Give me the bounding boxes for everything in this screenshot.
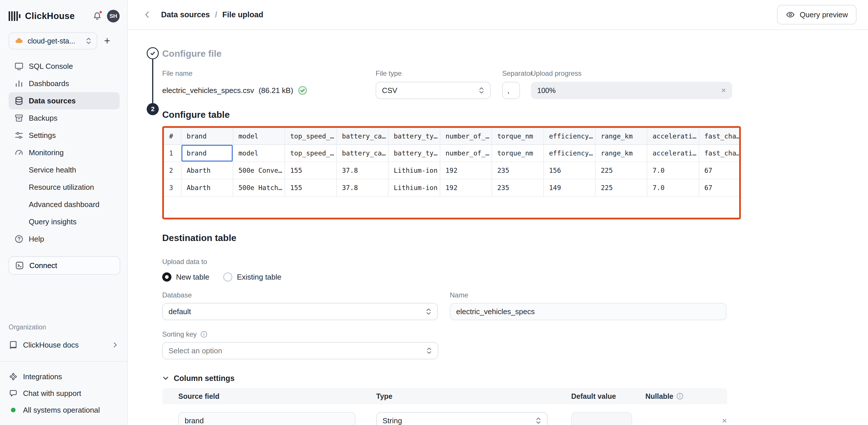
source-field-input[interactable] (178, 412, 355, 425)
table-cell[interactable]: Lithium-ion (388, 179, 440, 196)
upload-progress-bar: 100% × (531, 82, 732, 99)
table-cell[interactable]: Abarth (181, 179, 233, 196)
table-cell[interactable]: 7.0 (647, 179, 699, 196)
row-number: 2 (164, 162, 181, 179)
chat-icon (9, 389, 18, 398)
type-header: Type (376, 392, 571, 400)
table-cell[interactable]: 225 (595, 179, 647, 196)
sidebar-item-settings[interactable]: Settings (9, 127, 120, 144)
organization-section: Organization ClickHouse docs (0, 323, 127, 361)
table-cell[interactable]: 192 (440, 162, 492, 179)
column-header: battery_ty… (388, 128, 440, 145)
table-cell[interactable]: fast_cha… (699, 145, 741, 162)
sidebar-item-service-health[interactable]: Service health (9, 161, 120, 178)
table-cell[interactable]: torque_nm (492, 145, 544, 162)
sidebar-item-label: Monitoring (29, 148, 64, 157)
table-cell[interactable]: model (233, 145, 285, 162)
configure-file-fields: File name electric_vehicles_specs.csv (8… (162, 69, 868, 99)
preview-table-header-row: # brand model top_speed_… battery_ca… ba… (164, 128, 741, 145)
notification-dot (99, 10, 102, 14)
existing-table-label: Existing table (237, 273, 282, 282)
table-cell[interactable]: top_speed_… (285, 145, 337, 162)
type-select[interactable]: String (376, 412, 548, 425)
sidebar-item-monitoring[interactable]: Monitoring (9, 144, 120, 161)
sidebar-item-backups[interactable]: Backups (9, 109, 120, 127)
table-cell[interactable]: efficiency… (544, 145, 595, 162)
table-row: 1 brand model top_speed_… battery_ca… ba… (164, 145, 741, 162)
sidebar-item-docs[interactable]: ClickHouse docs (9, 338, 119, 352)
table-cell[interactable]: 7.0 (647, 162, 699, 179)
back-chevron-icon[interactable] (143, 10, 152, 19)
table-cell[interactable]: 156 (544, 162, 595, 179)
table-row: 2 Abarth 500e Conve… 155 37.8 Lithium-io… (164, 162, 741, 179)
book-icon (9, 340, 18, 349)
column-header: number_of_… (440, 128, 492, 145)
sliders-icon (14, 131, 24, 140)
table-cell[interactable]: 192 (440, 179, 492, 196)
sidebar-item-resource-utilization[interactable]: Resource utilization (9, 178, 120, 196)
column-header: model (233, 128, 285, 145)
table-name-input[interactable] (450, 303, 726, 320)
sidebar-item-help[interactable]: Help (9, 230, 120, 248)
table-cell-selected[interactable]: brand (181, 145, 233, 162)
sidebar-nav: SQL Console Dashboards Data sources Back… (9, 58, 120, 248)
clear-upload-icon[interactable]: × (721, 86, 726, 95)
query-preview-button[interactable]: Query preview (777, 5, 857, 25)
column-header: fast_cha… (699, 128, 741, 145)
file-name-label: File name (162, 69, 376, 78)
sidebar-item-dashboards[interactable]: Dashboards (9, 75, 120, 92)
table-cell[interactable]: 235 (492, 162, 544, 179)
table-cell[interactable]: 155 (285, 162, 337, 179)
table-cell[interactable]: battery_ty… (388, 145, 440, 162)
service-selector[interactable]: cloud-get-sta... (9, 32, 97, 50)
sorting-key-select[interactable]: Select an option (162, 342, 438, 359)
sidebar-item-query-insights[interactable]: Query insights (9, 213, 120, 230)
upload-progress-value: 100% (537, 86, 556, 95)
source-field-header: Source field (178, 392, 376, 400)
sorting-key-placeholder: Select an option (168, 346, 222, 355)
step-connector-line (152, 59, 153, 103)
separator-input[interactable] (502, 82, 520, 99)
table-cell[interactable]: 155 (285, 179, 337, 196)
avatar[interactable]: SH (107, 10, 120, 23)
remove-column-icon[interactable]: × (722, 416, 727, 425)
table-cell[interactable]: number_of_… (440, 145, 492, 162)
table-cell[interactable]: 225 (595, 162, 647, 179)
table-cell[interactable]: 500e Hatch… (233, 179, 285, 196)
radio-unselected-icon (223, 273, 232, 282)
add-service-button[interactable]: + (104, 36, 110, 46)
sidebar-item-sql-console[interactable]: SQL Console (9, 58, 120, 75)
radio-existing-table[interactable]: Existing table (223, 273, 282, 282)
file-type-select[interactable]: CSV (376, 82, 491, 99)
table-cell[interactable]: 500e Conve… (233, 162, 285, 179)
nullable-header: Nullable (645, 392, 673, 400)
notifications-bell-icon[interactable] (93, 11, 102, 21)
table-cell[interactable]: accelerati… (647, 145, 699, 162)
table-cell[interactable]: 235 (492, 179, 544, 196)
integrations-label: Integrations (23, 372, 62, 381)
table-cell[interactable]: range_km (595, 145, 647, 162)
table-cell[interactable]: 67 (699, 179, 741, 196)
table-cell[interactable]: 67 (699, 162, 741, 179)
sidebar-item-integrations[interactable]: Integrations (9, 369, 119, 385)
breadcrumb-separator: / (215, 10, 217, 19)
table-cell[interactable]: 37.8 (337, 179, 388, 196)
sidebar-item-advanced-dashboard[interactable]: Advanced dashboard (9, 196, 120, 213)
sidebar-item-system-status[interactable]: All systems operational (9, 402, 119, 418)
default-value-input[interactable] (571, 412, 632, 425)
breadcrumb-data-sources[interactable]: Data sources (161, 10, 210, 19)
connect-button[interactable]: Connect (9, 256, 120, 275)
sidebar-item-data-sources[interactable]: Data sources (9, 92, 120, 109)
database-label: Database (162, 291, 438, 300)
table-cell[interactable]: 37.8 (337, 162, 388, 179)
radio-new-table[interactable]: New table (162, 273, 209, 282)
table-cell[interactable]: Lithium-ion (388, 162, 440, 179)
sidebar-item-chat-support[interactable]: Chat with support (9, 385, 119, 401)
column-settings-toggle[interactable]: Column settings (162, 373, 868, 384)
column-settings-header: Source field Type Default value Nullable (162, 388, 727, 404)
table-cell[interactable]: battery_ca… (337, 145, 388, 162)
database-select[interactable]: default (162, 303, 438, 320)
status-green-dot (11, 408, 16, 412)
table-cell[interactable]: 149 (544, 179, 595, 196)
table-cell[interactable]: Abarth (181, 162, 233, 179)
